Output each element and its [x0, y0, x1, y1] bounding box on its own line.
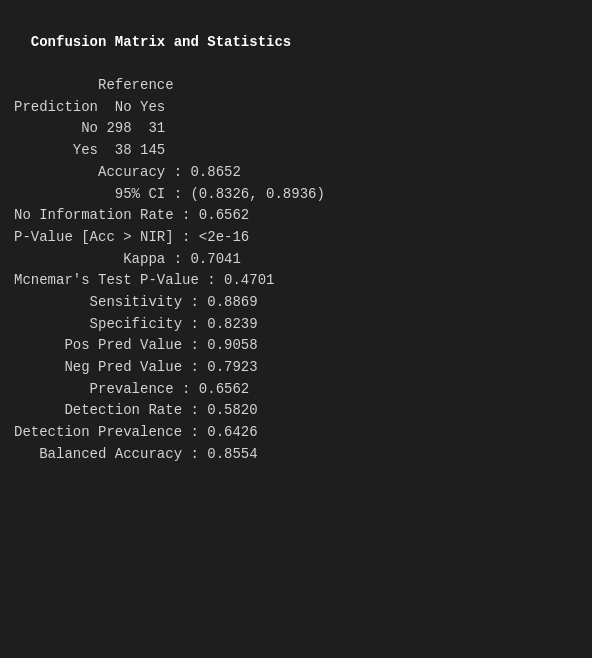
terminal-output: Confusion Matrix and Statistics Referenc…	[0, 0, 592, 658]
terminal-line-row-yes: Yes 38 145	[14, 140, 578, 162]
terminal-line-neg-pred: Neg Pred Value : 0.7923	[14, 357, 578, 379]
terminal-line-ci: 95% CI : (0.8326, 0.8936)	[14, 184, 578, 206]
terminal-line-prevalence: Prevalence : 0.6562	[14, 379, 578, 401]
terminal-line-pvalue: P-Value [Acc > NIR] : <2e-16	[14, 227, 578, 249]
terminal-line-pos-pred: Pos Pred Value : 0.9058	[14, 335, 578, 357]
terminal-line-reference-header: Reference	[14, 75, 578, 97]
terminal-line-detection-prevalence: Detection Prevalence : 0.6426	[14, 422, 578, 444]
terminal-line-kappa: Kappa : 0.7041	[14, 249, 578, 271]
terminal-line-accuracy: Accuracy : 0.8652	[14, 162, 578, 184]
terminal-line-balanced-accuracy: Balanced Accuracy : 0.8554	[14, 444, 578, 466]
terminal-line-specificity: Specificity : 0.8239	[14, 314, 578, 336]
title: Confusion Matrix and Statistics	[31, 34, 291, 50]
terminal-line-mcnemar: Mcnemar's Test P-Value : 0.4701	[14, 270, 578, 292]
terminal-line-row-no: No 298 31	[14, 118, 578, 140]
terminal-line-nir: No Information Rate : 0.6562	[14, 205, 578, 227]
terminal-line-detection-rate: Detection Rate : 0.5820	[14, 400, 578, 422]
terminal-line-prediction-header: Prediction No Yes	[14, 97, 578, 119]
terminal-line-sensitivity: Sensitivity : 0.8869	[14, 292, 578, 314]
